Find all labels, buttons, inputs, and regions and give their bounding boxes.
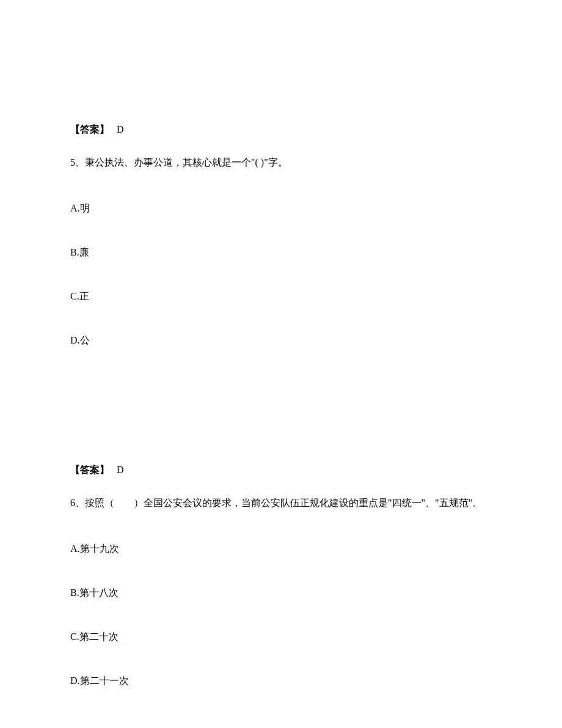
option-6a: A.第十九次 xyxy=(70,542,492,556)
question-6: 6、按照（ ）全国公安会议的要求，当前公安队伍正规化建设的重点是"四统一"、"五… xyxy=(70,495,492,512)
option-5c: C.正 xyxy=(70,289,492,304)
question-5: 5、秉公执法、办事公道，其核心就是一个"( )"字。 xyxy=(70,154,492,172)
answer-block-1: 【答案】 D xyxy=(70,122,492,137)
answer-label-1: 【答案】 xyxy=(70,124,109,134)
answer-block-2: 【答案】 D xyxy=(70,463,492,477)
option-6c: C.第二十次 xyxy=(70,630,492,644)
answer-label-2: 【答案】 xyxy=(70,465,109,475)
option-5a: A.明 xyxy=(70,201,492,216)
answer-value-2: D xyxy=(117,465,124,475)
answer-value-1: D xyxy=(117,124,124,134)
option-6d: D.第二十一次 xyxy=(70,674,492,688)
option-6b: B.第十八次 xyxy=(70,586,492,600)
option-5d: D.公 xyxy=(70,333,492,348)
option-5b: B.廉 xyxy=(70,245,492,260)
